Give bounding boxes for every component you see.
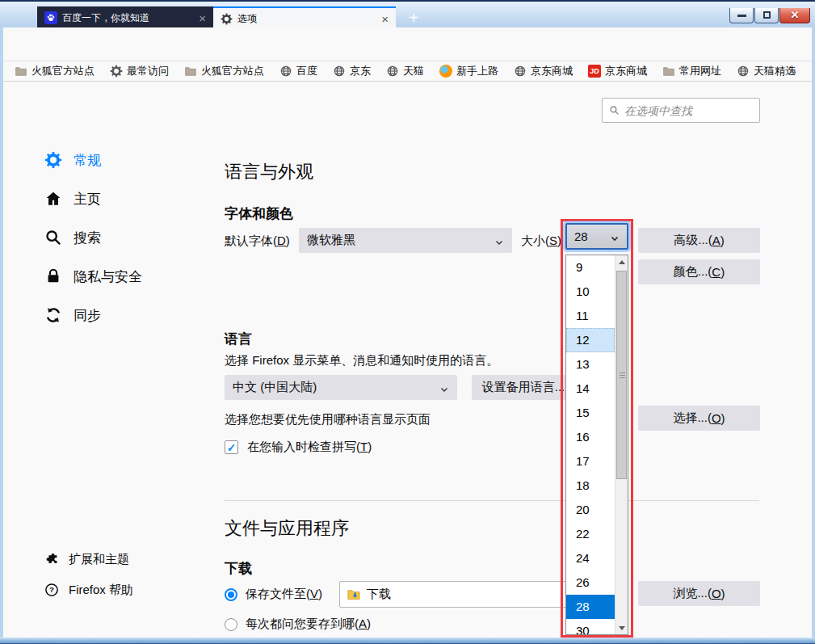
sidebar-item-privacy[interactable]: 隐私与安全 bbox=[44, 264, 142, 288]
bookmark-item[interactable]: 百度 bbox=[279, 64, 317, 78]
colors-button[interactable]: 颜色...(C) bbox=[638, 259, 760, 284]
sidebar-item-label: 主页 bbox=[74, 190, 101, 208]
tab-baidu[interactable]: 百度一下，你就知道 × bbox=[37, 6, 213, 29]
always-ask-row: 每次都问您要存到哪(A) bbox=[225, 612, 371, 637]
globe-icon bbox=[514, 65, 527, 78]
bookmark-folder[interactable]: 火狐官方站点 bbox=[184, 64, 264, 78]
section-title-language-appearance: 语言与外观 bbox=[225, 160, 313, 184]
sidebar-item-label: 同步 bbox=[74, 306, 101, 325]
maximize-icon bbox=[763, 11, 771, 19]
choose-button[interactable]: 选择...(O) bbox=[638, 406, 760, 431]
minimize-button[interactable] bbox=[729, 8, 754, 23]
size-option[interactable]: 10 bbox=[566, 280, 615, 304]
bookmark-item[interactable]: 京东商城 bbox=[514, 64, 573, 78]
font-select-value: 微软雅黑 bbox=[307, 233, 355, 248]
scroll-down-button[interactable] bbox=[615, 621, 628, 634]
advanced-button[interactable]: 高级...(A) bbox=[638, 228, 760, 253]
size-option[interactable]: 13 bbox=[566, 352, 615, 377]
default-font-select[interactable]: 微软雅黑 bbox=[299, 228, 512, 253]
set-alternative-languages-button[interactable]: 设置备用语言... bbox=[472, 375, 575, 400]
maximize-button[interactable] bbox=[754, 8, 779, 23]
bookmark-folder[interactable]: 火狐官方站点 bbox=[15, 64, 95, 78]
firefox-icon bbox=[439, 65, 452, 78]
sidebar-item-label: 隐私与安全 bbox=[74, 267, 142, 286]
size-option[interactable]: 30 bbox=[566, 619, 615, 635]
window-border-bottom bbox=[0, 638, 815, 644]
sync-icon bbox=[44, 306, 62, 324]
subsection-fonts-colors: 字体和颜色 bbox=[225, 204, 293, 223]
size-option[interactable]: 20 bbox=[566, 498, 615, 522]
lock-icon bbox=[44, 267, 62, 285]
sidebar-item-search[interactable]: 搜索 bbox=[44, 225, 101, 250]
new-tab-button[interactable]: + bbox=[404, 8, 423, 27]
ui-language-select[interactable]: 中文 (中国大陆) bbox=[225, 375, 457, 400]
bookmark-folder[interactable]: 常用网址 bbox=[662, 64, 721, 78]
size-option[interactable]: 26 bbox=[566, 570, 615, 595]
sidebar-item-general[interactable]: 常规 bbox=[44, 148, 101, 172]
save-files-row: 保存文件至(V) bbox=[225, 582, 322, 607]
scroll-up-button[interactable] bbox=[615, 255, 628, 268]
size-option-selected[interactable]: 28 bbox=[566, 595, 615, 619]
tab-title: 选项 bbox=[237, 12, 376, 26]
puzzle-icon bbox=[44, 552, 59, 566]
spellcheck-label: 在您输入时检查拼写(T) bbox=[247, 440, 372, 455]
always-ask-label: 每次都问您要存到哪(A) bbox=[246, 617, 371, 632]
size-option[interactable]: 15 bbox=[566, 401, 615, 425]
size-option[interactable]: 24 bbox=[566, 546, 615, 570]
find-in-options[interactable] bbox=[602, 98, 760, 123]
find-in-options-input[interactable] bbox=[624, 104, 753, 117]
tab-options[interactable]: 选项 × bbox=[213, 6, 396, 29]
section-title-files: 文件与应用程序 bbox=[225, 516, 349, 541]
bookmarks-overflow-chevron[interactable]: » bbox=[789, 63, 796, 77]
size-option[interactable]: 11 bbox=[566, 304, 615, 328]
download-folder-icon bbox=[347, 587, 361, 602]
close-button[interactable]: ✕ bbox=[779, 8, 810, 23]
bookmark-item[interactable]: 天猫 bbox=[386, 64, 424, 78]
navigation-toolbar: Firefox bbox=[3, 27, 812, 61]
size-option[interactable]: 17 bbox=[566, 449, 615, 474]
preferences-page: 常规 主页 搜索 隐私与安全 同步 扩展和主题 ? Firefox 帮助 语言与… bbox=[3, 82, 812, 638]
home-icon bbox=[44, 190, 62, 208]
bookmark-item[interactable]: 最常访问 bbox=[110, 64, 169, 78]
svg-text:?: ? bbox=[49, 585, 54, 594]
size-option-hovered[interactable]: 12 bbox=[566, 328, 615, 352]
size-option[interactable]: 18 bbox=[566, 474, 615, 498]
tab-title: 百度一下，你就知道 bbox=[62, 11, 194, 25]
sidebar-item-label: Firefox 帮助 bbox=[69, 583, 133, 598]
chevron-down-icon bbox=[494, 236, 504, 246]
spellcheck-checkbox[interactable]: ✓ bbox=[225, 440, 238, 454]
font-size-dropdown-list: 9 10 11 12 13 14 15 16 17 18 20 22 24 26… bbox=[565, 255, 628, 635]
section-divider bbox=[225, 500, 759, 501]
language-description: 选择 Firefox 显示菜单、消息和通知时使用的语言。 bbox=[225, 353, 498, 368]
titlebar: 百度一下，你就知道 × 选项 × + ✕ bbox=[0, 0, 815, 27]
save-to-label: 保存文件至(V) bbox=[246, 587, 322, 602]
search-icon bbox=[44, 229, 62, 246]
size-option[interactable]: 22 bbox=[566, 522, 615, 546]
bookmark-item[interactable]: 天猫精选 bbox=[737, 64, 796, 78]
font-size-value: 28 bbox=[574, 229, 588, 243]
page-language-text: 选择您想要优先使用哪种语言显示页面 bbox=[225, 412, 431, 427]
window-border-left bbox=[0, 27, 3, 644]
tab-close-icon[interactable]: × bbox=[199, 12, 206, 24]
scrollbar-thumb[interactable] bbox=[616, 271, 627, 479]
globe-icon bbox=[279, 65, 292, 78]
spellcheck-row: ✓ 在您输入时检查拼写(T) bbox=[225, 440, 372, 455]
sidebar-item-home[interactable]: 主页 bbox=[44, 187, 101, 211]
size-option[interactable]: 9 bbox=[566, 255, 615, 280]
size-option[interactable]: 14 bbox=[566, 377, 615, 401]
always-ask-radio[interactable] bbox=[225, 618, 237, 631]
bookmark-item[interactable]: JD京东商城 bbox=[588, 64, 647, 78]
firefox-window: 百度一下，你就知道 × 选项 × + ✕ bbox=[0, 0, 815, 644]
sidebar-item-extensions[interactable]: 扩展和主题 bbox=[44, 549, 129, 570]
close-icon: ✕ bbox=[780, 9, 809, 21]
font-size-select[interactable]: 28 bbox=[565, 223, 628, 250]
size-option[interactable]: 16 bbox=[566, 425, 615, 449]
browse-button[interactable]: 浏览...(O) bbox=[638, 581, 760, 606]
bookmark-item[interactable]: 新手上路 bbox=[439, 64, 498, 78]
bookmark-item[interactable]: 京东 bbox=[333, 64, 371, 78]
dropdown-scrollbar[interactable] bbox=[615, 255, 628, 634]
tab-close-icon[interactable]: × bbox=[381, 13, 389, 25]
save-to-radio[interactable] bbox=[225, 588, 237, 601]
sidebar-item-help[interactable]: ? Firefox 帮助 bbox=[44, 579, 133, 600]
sidebar-item-sync[interactable]: 同步 bbox=[44, 303, 101, 327]
